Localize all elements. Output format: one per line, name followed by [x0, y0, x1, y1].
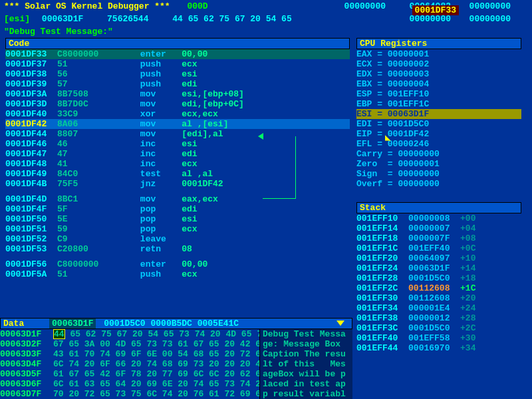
stack-row[interactable]: 001EFF18 0000007F +08: [356, 233, 521, 243]
stack-panel: 001EFF10 00000008 +00001EFF14 00000007 +…: [356, 213, 521, 353]
register-row[interactable]: EBP = 001EFF1C: [356, 99, 521, 109]
code-line[interactable]: 0001DF56 C8000000 enter 00,00: [5, 259, 350, 269]
code-line[interactable]: 0001DF3A 8B7508 mov esi,[ebp+08]: [5, 89, 350, 99]
register-row[interactable]: ECX = 00000002: [356, 59, 521, 69]
register-row[interactable]: Carry = 00000000: [356, 149, 521, 159]
register-row[interactable]: EDX = 00000003: [356, 69, 521, 79]
stack-row[interactable]: 001EFF28 0001D5C0 +18: [356, 273, 521, 283]
register-row[interactable]: Zero = 00000001: [356, 159, 521, 169]
cursor-icon: ◣: [385, 132, 390, 143]
register-row[interactable]: EDI = 0001D5C0: [356, 119, 521, 129]
stack-title: Stack: [356, 202, 521, 213]
code-line[interactable]: 0001DF52 C9 leave: [5, 234, 350, 244]
code-line[interactable]: 0001DF39 57 push edi: [5, 79, 350, 89]
stack-row[interactable]: 001EFF30 00112608 +20: [356, 293, 521, 303]
stack-row[interactable]: 001EFF1C 001EFF40 +0C: [356, 243, 521, 253]
stack-row[interactable]: 001EFF20 00064097 +10: [356, 253, 521, 263]
code-title: Code: [5, 38, 350, 49]
esi-value: 00063D1F: [42, 14, 83, 24]
hdr2-val-2: 00000000: [469, 14, 511, 24]
code-line[interactable]: 0001DF48 41 inc ecx: [5, 159, 350, 169]
code-line[interactable]: 0001DF3D 8B7D0C mov edi,[ebp+0C]: [5, 99, 350, 109]
register-row[interactable]: ESP = 001EFF10: [356, 89, 521, 99]
code-panel: Code 0001DF33 C8000000 enter 00,000001DF…: [0, 38, 352, 353]
esi-label: [esi]: [4, 14, 30, 24]
code-line[interactable]: 0001DF47 47 inc edi: [5, 149, 350, 159]
code-line[interactable]: 0001DF33 C8000000 enter 00,00: [5, 49, 350, 59]
stack-row[interactable]: 001EFF34 000001E4 +24: [356, 303, 521, 313]
stack-row[interactable]: 001EFF3C 0001D5C0 +2C: [356, 323, 521, 333]
data-title: Data: [3, 319, 24, 329]
data-extra-addrs: 0001D5C0 0000B5DC 0005E41C: [104, 319, 239, 329]
code-line[interactable]: 0001DF40 33C9 xor ecx,ecx: [5, 109, 350, 119]
data-row[interactable]: 00063D5F61 67 65 42 6F 78 20 77 69 6C 6C…: [0, 369, 352, 379]
esi-bytes: 44 65 62 75 67 20 54 65: [172, 14, 291, 24]
debug-message: "Debug Test Message:": [0, 25, 532, 38]
arrow-head-icon: [258, 133, 263, 140]
data-row[interactable]: 00063D1F44 65 62 75 67 20 54 65 73 74 20…: [0, 329, 352, 339]
stack-row[interactable]: 001EFF10 00000008 +00: [356, 213, 521, 223]
code-line[interactable]: 0001DF42 8A06 mov al ,[esi]: [5, 119, 350, 129]
register-row[interactable]: Sign = 00000000: [356, 169, 521, 179]
register-row[interactable]: Overf = 00000000: [356, 179, 521, 189]
code-line[interactable]: 0001DF5A 51 push ecx: [5, 269, 350, 279]
code-line[interactable]: 0001DF38 56 push esi: [5, 69, 350, 79]
code-line[interactable]: 0001DF51 59 pop ecx: [5, 224, 350, 234]
data-current-addr: 00063D1F: [49, 319, 96, 329]
register-row[interactable]: EIP = 0001DF42: [356, 129, 521, 139]
code-line[interactable]: 0001DF50 5E pop esi: [5, 214, 350, 224]
stack-row[interactable]: 001EFF14 00000007 +04: [356, 223, 521, 233]
stack-row[interactable]: 001EFF38 00000012 +28: [356, 313, 521, 323]
hdr2-val-1: 00000000: [410, 14, 451, 24]
stack-row[interactable]: 001EFF40 001EFF58 +30: [356, 333, 521, 343]
register-row[interactable]: EFL = 00000246: [356, 139, 521, 149]
debugger-id: 000D: [187, 1, 207, 11]
dropdown-icon[interactable]: [336, 321, 344, 326]
register-row[interactable]: EAX = 00000001: [356, 49, 521, 59]
hdr-val-1: 00000000: [344, 1, 386, 11]
code-line[interactable]: 0001DF4B 75F5 jnz 0001DF42: [5, 179, 350, 189]
register-row[interactable]: ESI = 00063D1F: [356, 109, 521, 119]
data-row[interactable]: 00063D7F70 20 72 65 73 75 6C 74 20 76 61…: [0, 389, 352, 399]
data-row[interactable]: 00063D6F6C 61 63 65 64 20 69 6E 20 74 65…: [0, 379, 352, 389]
registers-panel: EAX = 00000001ECX = 00000002EDX = 000000…: [356, 49, 521, 189]
data-row[interactable]: 00063D4F6C 74 20 6F 66 20 74 68 69 73 20…: [0, 359, 352, 369]
code-line[interactable]: 0001DF4F 5F pop edi: [5, 204, 350, 214]
code-line[interactable]: 0001DF44 8807 mov [edi],al: [5, 129, 350, 139]
code-line[interactable]: 0001DF37 51 push ecx: [5, 59, 350, 69]
code-line[interactable]: 0001DF49 84C0 test al ,al: [5, 169, 350, 179]
data-row[interactable]: 00063D2F67 65 3A 00 4D 65 73 73 61 67 65…: [0, 339, 352, 349]
code-line[interactable]: 0001DF4D 8BC1 mov eax,ecx: [5, 194, 350, 204]
data-panel: Data 00063D1F 0001D5C0 0000B5DC 0005E41C…: [0, 318, 352, 399]
code-line[interactable]: 0001DF46 46 inc esi: [5, 139, 350, 149]
regs-title: CPU Registers: [356, 38, 521, 49]
stack-row[interactable]: 001EFF24 00063D1F +14: [356, 263, 521, 273]
esi-decimal: 75626544: [107, 14, 148, 24]
code-line[interactable]: 0001DF53 C20800 retn 08: [5, 244, 350, 254]
hdr-val-3: 00000000: [469, 1, 511, 11]
stack-row[interactable]: 001EFF2C 00112608 +1C: [356, 283, 521, 293]
app-title: *** Solar OS Kernel Debugger ***: [4, 1, 170, 11]
stack-row[interactable]: 001EFF44 00016970 +34: [356, 343, 521, 353]
register-row[interactable]: EBX = 00000004: [356, 79, 521, 89]
jump-arrow: [263, 136, 296, 199]
data-row[interactable]: 00063D3F43 61 70 74 69 6F 6E 00 54 68 65…: [0, 349, 352, 359]
